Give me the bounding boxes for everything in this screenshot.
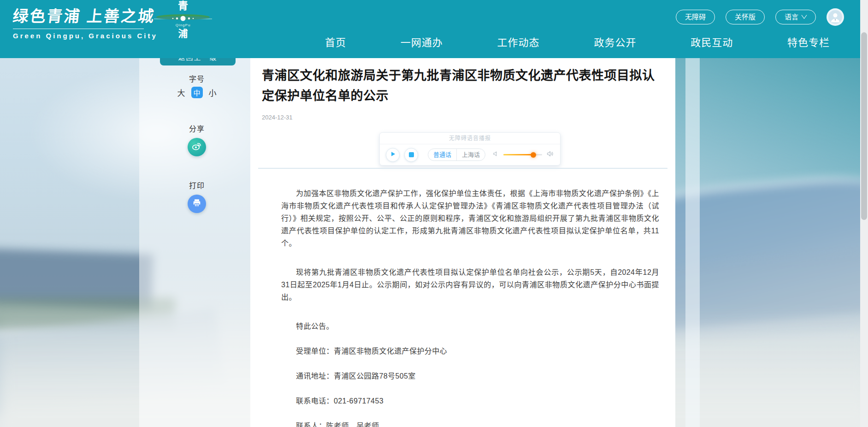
header-divider <box>258 168 667 169</box>
emblem-subtext: QingPu <box>152 24 214 27</box>
paragraph: 为加强本区非物质文化遗产保护工作，强化保护单位主体责任，根据《上海市非物质文化遗… <box>281 187 659 249</box>
article-panel: 青浦区文化和旅游局关于第九批青浦区非物质文化遗产代表性项目拟认定保护单位名单的公… <box>250 58 675 427</box>
contact-unit: 受理单位：青浦区非物质文化遗产保护分中心 <box>281 345 659 357</box>
language-button[interactable]: 语言 ∨ <box>775 10 816 24</box>
contact-phone: 联系电话：021-69717453 <box>281 395 659 407</box>
sidebar-glass-overlay <box>139 58 250 427</box>
emblem-bottom-char: 浦 <box>152 29 214 38</box>
volume-min-icon <box>492 150 499 159</box>
brand: 绿色青浦 上善之城 Green Qingpu, Gracious City <box>13 4 158 40</box>
volume-max-icon <box>546 150 554 160</box>
nav-item-public-interaction[interactable]: 政民互动 <box>691 34 733 49</box>
paragraph: 现将第九批青浦区非物质文化遗产代表性项目拟认定保护单位名单向社会公示，公示期5天… <box>281 266 659 303</box>
brand-underline <box>13 29 144 29</box>
emblem-top-char: 青 <box>152 1 214 11</box>
language-label: 语言 <box>785 10 798 24</box>
contact-address: 通讯地址：青浦区公园路78号505室 <box>281 370 659 382</box>
contact-person: 联系人：陈老师、吴老师 <box>281 420 659 427</box>
stop-button[interactable] <box>404 148 418 162</box>
nav-item-special-columns[interactable]: 特色专栏 <box>787 34 830 49</box>
volume-control <box>492 150 554 160</box>
chevron-down-icon: ∨ <box>801 10 808 24</box>
site-header: 绿色青浦 上善之城 Green Qingpu, Gracious City 青 … <box>0 0 868 58</box>
font-size-small[interactable]: 小 <box>209 87 217 98</box>
nav-item-gov-disclosure[interactable]: 政务公开 <box>594 34 636 49</box>
stop-icon <box>409 152 414 157</box>
printer-icon <box>192 198 202 210</box>
brand-slogan-cn: 绿色青浦 上善之城 <box>12 4 159 26</box>
tts-player-title: 无障碍语音播报 <box>380 133 560 144</box>
weibo-share-button[interactable] <box>188 138 206 156</box>
article-date: 2024-12-31 <box>262 114 293 121</box>
accessibility-button[interactable]: 无障碍 <box>676 10 715 24</box>
shanghainese-tab[interactable]: 上海话 <box>457 149 485 160</box>
print-button[interactable] <box>188 195 206 213</box>
nav-item-one-stop-services[interactable]: 一网通办 <box>401 34 443 49</box>
main-nav: 首页 一网通办 工作动态 政务公开 政民互动 特色专栏 <box>325 34 830 49</box>
mandarin-tab[interactable]: 普通话 <box>428 149 457 160</box>
island-icon <box>154 13 212 23</box>
volume-fill <box>503 154 533 155</box>
paragraph: 特此公告。 <box>281 320 659 332</box>
accessibility-label: 无障碍 <box>685 10 706 24</box>
font-size-large[interactable]: 大 <box>177 87 185 98</box>
tts-controls: 普通话 上海话 <box>380 144 560 165</box>
print-label: 打印 <box>160 179 234 190</box>
qingpu-emblem: 青 QingPu 浦 <box>152 1 214 38</box>
play-icon <box>390 151 396 159</box>
right-glass-overlay <box>685 58 700 427</box>
tts-player: 无障碍语音播报 普通话 上海话 <box>379 132 561 166</box>
share-label: 分享 <box>160 123 234 134</box>
weibo-icon <box>191 141 202 154</box>
brand-slogan-en: Green Qingpu, Gracious City <box>13 32 158 40</box>
care-version-button[interactable]: 关怀版 <box>726 10 765 24</box>
user-avatar[interactable] <box>827 8 844 26</box>
play-button[interactable] <box>386 148 400 162</box>
person-icon <box>828 10 842 24</box>
volume-slider[interactable] <box>503 154 542 155</box>
scrollbar-track[interactable] <box>860 0 868 427</box>
care-version-label: 关怀版 <box>735 10 756 24</box>
volume-knob[interactable] <box>531 152 536 158</box>
nav-item-work-updates[interactable]: 工作动态 <box>497 34 540 49</box>
header-actions: 无障碍 关怀版 语言 ∨ <box>676 8 844 26</box>
article-title: 青浦区文化和旅游局关于第九批青浦区非物质文化遗产代表性项目拟认定保护单位名单的公… <box>262 65 663 106</box>
article-body: 为加强本区非物质文化遗产保护工作，强化保护单位主体责任，根据《上海市非物质文化遗… <box>281 187 659 427</box>
font-size-control: 大 中 小 <box>160 87 234 98</box>
font-size-label: 字号 <box>160 73 234 84</box>
scrollbar-thumb[interactable] <box>861 32 867 220</box>
font-size-medium[interactable]: 中 <box>191 87 203 98</box>
language-toggle: 普通话 上海话 <box>428 148 485 161</box>
nav-item-home[interactable]: 首页 <box>325 34 346 49</box>
